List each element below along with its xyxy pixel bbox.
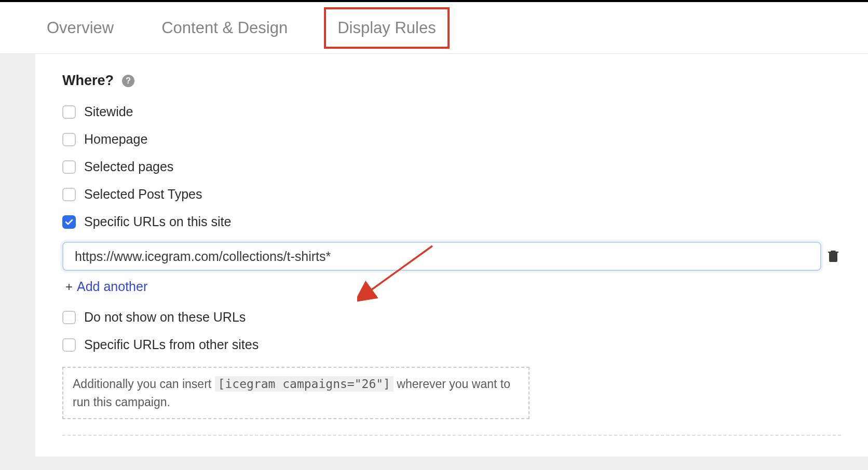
label-homepage: Homepage (84, 132, 147, 147)
help-icon[interactable]: ? (122, 75, 134, 87)
checkbox-other-sites[interactable] (62, 338, 76, 352)
option-do-not-show[interactable]: Do not show on these URLs (62, 310, 841, 325)
shortcode-info-box: Additionally you can insert [icegram cam… (62, 367, 530, 419)
url-input[interactable] (62, 242, 821, 271)
plus-icon: + (65, 280, 73, 294)
tab-display-rules[interactable]: Display Rules (324, 7, 450, 49)
checkbox-sitewide[interactable] (62, 105, 76, 119)
url-input-row (62, 242, 841, 271)
add-another-link[interactable]: Add another (77, 279, 147, 294)
label-selected-pages: Selected pages (84, 159, 173, 174)
shortcode-text: [icegram campaigns="26"] (215, 376, 394, 392)
label-other-sites: Specific URLs from other sites (84, 337, 259, 352)
info-prefix: Additionally you can insert (73, 377, 215, 391)
tab-content-design[interactable]: Content & Design (150, 9, 299, 47)
tab-bar: Overview Content & Design Display Rules (0, 0, 868, 54)
label-do-not-show: Do not show on these URLs (84, 310, 246, 325)
section-divider (62, 435, 841, 436)
option-other-sites[interactable]: Specific URLs from other sites (62, 337, 841, 352)
tab-overview[interactable]: Overview (35, 9, 125, 47)
checkbox-homepage[interactable] (62, 133, 76, 146)
option-selected-pages[interactable]: Selected pages (62, 159, 841, 174)
where-heading: Where? ? (62, 73, 841, 89)
checkbox-selected-post-types[interactable] (62, 188, 76, 201)
label-selected-post-types: Selected Post Types (84, 187, 202, 202)
display-rules-panel: Where? ? Sitewide Homepage Selected page… (35, 54, 868, 457)
option-homepage[interactable]: Homepage (62, 132, 841, 147)
label-specific-urls: Specific URLs on this site (84, 214, 231, 229)
content-area: Where? ? Sitewide Homepage Selected page… (0, 54, 868, 470)
option-selected-post-types[interactable]: Selected Post Types (62, 187, 841, 202)
option-specific-urls[interactable]: Specific URLs on this site (62, 214, 841, 229)
checkbox-specific-urls[interactable] (62, 215, 76, 229)
add-another-row[interactable]: + Add another (62, 279, 841, 294)
checkbox-selected-pages[interactable] (62, 160, 76, 174)
option-sitewide[interactable]: Sitewide (62, 104, 841, 119)
checkbox-do-not-show[interactable] (62, 311, 76, 324)
label-sitewide: Sitewide (84, 104, 133, 119)
trash-icon[interactable] (828, 250, 841, 263)
where-heading-text: Where? (62, 73, 114, 89)
